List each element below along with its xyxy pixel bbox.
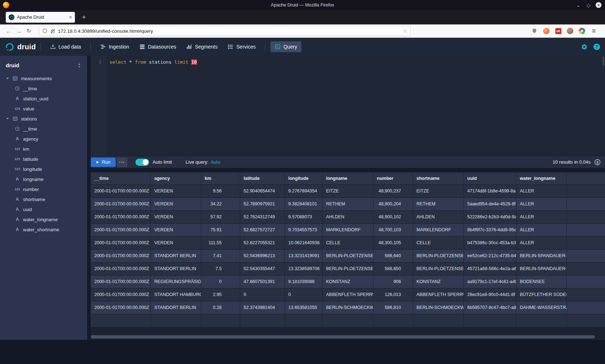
table-cell[interactable]: 2000-01-01T00:00:00.000Z: [91, 275, 151, 288]
table-cell[interactable]: VERDEN: [151, 185, 201, 197]
table-cell[interactable]: 0.28: [201, 301, 240, 314]
run-more-button[interactable]: ···: [117, 158, 127, 167]
column-header-latitude[interactable]: latitude: [240, 172, 284, 185]
nav-item-load-data[interactable]: Load data: [46, 41, 85, 52]
insecure-lock-icon[interactable]: [50, 28, 55, 34]
table-cell[interactable]: ALLER: [516, 197, 566, 210]
table-cell[interactable]: 9.7034557573: [284, 223, 322, 236]
new-tab-button[interactable]: +: [79, 13, 89, 22]
live-query-value[interactable]: Auto: [211, 159, 220, 165]
table-cell[interactable]: BERLIN-SPANDAUER-S: [516, 262, 566, 275]
table-cell[interactable]: BODENSEE: [516, 275, 566, 288]
table-cell[interactable]: 47174d8f-1b8e-4599-8a: [463, 185, 516, 197]
column-header-uuid[interactable]: uuid: [463, 172, 516, 185]
table-cell[interactable]: 126,013: [373, 288, 413, 301]
table-cell[interactable]: 34.22: [201, 197, 240, 210]
extension-shield-icon[interactable]: [530, 27, 538, 35]
nav-item-query[interactable]: Query: [270, 41, 301, 52]
table-cell[interactable]: 2000-01-01T00:00:00.000Z: [91, 210, 151, 223]
ublock-icon[interactable]: uB: [554, 27, 562, 35]
table-cell[interactable]: ALLER: [516, 236, 566, 249]
column-header-km[interactable]: km: [201, 172, 240, 185]
table-cell[interactable]: 10.0621640936: [284, 236, 322, 249]
table-cell[interactable]: 9.56: [201, 185, 240, 197]
table-cell[interactable]: 52.6227055321: [240, 236, 284, 249]
sidebar-column-water_longname[interactable]: Awater_longname: [0, 214, 87, 224]
table-cell[interactable]: 2000-01-01T00:00:00.000Z: [91, 223, 151, 236]
sidebar-table-measurements[interactable]: measurements: [0, 73, 87, 83]
column-header-__time[interactable]: __time: [91, 172, 151, 185]
profile-avatar-icon[interactable]: [542, 27, 550, 35]
table-cell[interactable]: 2000-01-01T00:00:00.000Z: [91, 301, 151, 314]
table-cell[interactable]: CELLE: [322, 236, 373, 249]
table-cell[interactable]: 8b4f9f7c-3376-4dd8-95c: [463, 223, 516, 236]
browser-tab[interactable]: Apache Druid ×: [6, 12, 75, 23]
table-cell[interactable]: 52.7890975921: [240, 197, 284, 210]
reload-icon[interactable]: ↻: [24, 26, 34, 36]
sidebar-column-water_shortname[interactable]: Awater_shortname: [0, 224, 87, 235]
sidebar-column-latitude[interactable]: 123latitude: [0, 154, 87, 164]
table-cell[interactable]: 57.92: [201, 210, 240, 223]
table-cell[interactable]: 586,810: [373, 301, 413, 314]
auto-limit-toggle[interactable]: [135, 159, 149, 166]
table-cell[interactable]: 522286e2-b2b3-4d0d-9a: [463, 210, 516, 223]
column-header-longname[interactable]: longname: [322, 172, 373, 185]
table-cell[interactable]: ABBENFLETH SPERRWER: [322, 288, 373, 301]
nav-item-segments[interactable]: Segments: [182, 41, 222, 52]
column-header-longitude[interactable]: longitude: [284, 172, 322, 185]
column-header-shortname[interactable]: shortname: [413, 172, 463, 185]
table-cell[interactable]: RETHEM: [413, 197, 463, 210]
sidebar-column-km[interactable]: 123km: [0, 144, 87, 154]
table-cell[interactable]: STANDORT BERLIN: [151, 262, 201, 275]
table-cell[interactable]: RETHEM: [322, 197, 373, 210]
table-cell[interactable]: 0: [284, 288, 322, 301]
extension-pinwheel-icon[interactable]: [578, 27, 586, 35]
table-cell[interactable]: 2000-01-01T00:00:00.000Z: [91, 236, 151, 249]
sidebar-column-number[interactable]: 123number: [0, 184, 87, 194]
table-cell[interactable]: BERLIN-SPANDAUER-S: [516, 249, 566, 262]
table-cell[interactable]: BERLIN-PLOETZENSEE U: [413, 262, 463, 275]
table-cell[interactable]: BÜTZFLETHER SÜDERE: [516, 288, 566, 301]
table-cell[interactable]: EITZE: [322, 185, 373, 197]
nav-item-ingestion[interactable]: Ingestion: [96, 41, 134, 52]
table-cell[interactable]: 111.55: [201, 236, 240, 249]
table-cell[interactable]: BERLIN-SCHMOECKWITZ: [322, 301, 373, 314]
table-cell[interactable]: 52.3743981404: [240, 301, 284, 314]
query-editor[interactable]: 1 select * from stations limit 10: [91, 56, 605, 156]
table-cell[interactable]: REGIERUNGSPRÄSIDIUM: [151, 275, 201, 288]
sidebar-column-__time[interactable]: __time: [0, 124, 87, 134]
table-cell[interactable]: ABBENFLETH SPERRWER: [413, 288, 463, 301]
table-cell[interactable]: 0: [240, 288, 284, 301]
table-cell[interactable]: 48,700,103: [373, 223, 413, 236]
sidebar-column-longitude[interactable]: 123longitude: [0, 164, 87, 174]
table-cell[interactable]: MARKLENDORF: [413, 223, 463, 236]
table-cell[interactable]: 47.6607501391: [240, 275, 284, 288]
table-cell[interactable]: BERLIN-PLOETZENSEE C: [322, 249, 373, 262]
menu-icon[interactable]: ≡: [590, 27, 598, 35]
table-cell[interactable]: 9.57088073: [284, 210, 322, 223]
table-cell[interactable]: 6b595707-8c47-4bc7-a8: [463, 301, 516, 314]
table-cell[interactable]: 28ec91e8-90c0-44d1-8f: [463, 288, 516, 301]
table-cell[interactable]: BERLIN-PLOETZENSEE U: [322, 262, 373, 275]
druid-brand[interactable]: druid: [5, 42, 36, 51]
table-cell[interactable]: 7.5: [201, 262, 240, 275]
sidebar-column-__time[interactable]: __time: [0, 83, 87, 94]
table-cell[interactable]: 2.95: [201, 288, 240, 301]
table-cell[interactable]: 48,900,204: [373, 197, 413, 210]
window-maximize-button[interactable]: ◇: [586, 2, 591, 8]
table-cell[interactable]: 586,640: [373, 249, 413, 262]
table-cell[interactable]: VERDEN: [151, 210, 201, 223]
table-cell[interactable]: EITZE: [413, 185, 463, 197]
table-cell[interactable]: BERLIN-PLOETZENSEE C: [413, 249, 463, 262]
table-cell[interactable]: MARKLENDORF: [322, 223, 373, 236]
table-cell[interactable]: 5aaed954-de4e-4528-8f: [463, 197, 516, 210]
window-close-button[interactable]: ×: [596, 2, 601, 8]
gear-icon[interactable]: [581, 44, 588, 50]
table-cell[interactable]: STANDORT BERLIN: [151, 249, 201, 262]
column-header-number[interactable]: number: [373, 172, 413, 185]
table-cell[interactable]: 9.2767694354: [284, 185, 322, 197]
sidebar-column-longname[interactable]: Alongname: [0, 174, 87, 184]
table-cell[interactable]: ee52ce62-212c-4735-b4: [463, 249, 516, 262]
table-cell[interactable]: STANDORT BERLIN: [151, 301, 201, 314]
table-cell[interactable]: BERLIN-SCHMOECKWITZ: [413, 301, 463, 314]
